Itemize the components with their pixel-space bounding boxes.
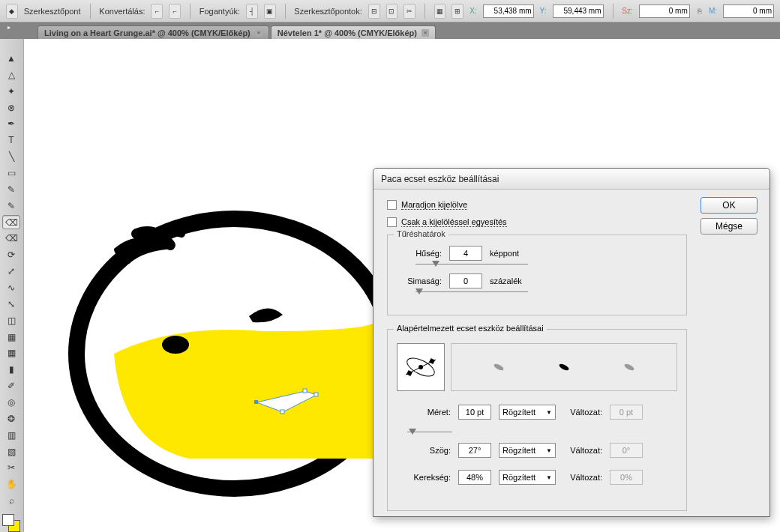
blend-tool[interactable]: ◎ <box>2 395 20 410</box>
rotate-tool[interactable]: ⟳ <box>2 247 20 262</box>
h-label: M: <box>709 7 717 15</box>
close-icon[interactable]: × <box>255 29 262 37</box>
w-label: Sz: <box>622 7 632 15</box>
size-label: Méret: <box>397 408 451 417</box>
options-bar: ◆ Szerkesztőpont Konvertálás: ⌐ ⌐ Fogant… <box>0 0 780 22</box>
roundness-input[interactable] <box>458 470 491 485</box>
smoothness-input[interactable] <box>449 273 482 288</box>
smoothness-label: Simaság: <box>397 276 442 285</box>
svg-point-12 <box>558 363 569 372</box>
size-slider[interactable] <box>407 432 452 432</box>
merge-only-label: Csak a kijelöléssel egyesítés <box>401 217 507 227</box>
svg-rect-5 <box>280 410 284 414</box>
handles-label: Fogantyúk: <box>200 7 240 16</box>
hide-handles-icon[interactable]: ▣ <box>264 4 276 19</box>
type-tool[interactable]: T <box>2 133 20 148</box>
merge-only-checkbox[interactable] <box>387 217 397 227</box>
artwork-svg <box>24 39 399 532</box>
tab-label: Living on a Heart Grunge.ai* @ 400% (CMY… <box>44 28 250 37</box>
tab-label: Névtelen 1* @ 400% (CMYK/Előkép) <box>278 28 417 37</box>
roundness-label: Kerekség: <box>397 473 451 482</box>
eyedropper-tool[interactable]: ✐ <box>2 378 20 393</box>
direct-select-tool[interactable]: △ <box>2 67 20 82</box>
symbol-tool[interactable]: ❂ <box>2 411 20 426</box>
show-handles-icon[interactable]: ┤ <box>246 4 258 19</box>
magic-wand-tool[interactable]: ✦ <box>2 84 20 99</box>
slice-tool[interactable]: ✂ <box>2 460 20 475</box>
h-input[interactable] <box>723 4 774 18</box>
rectangle-tool[interactable]: ▭ <box>2 166 20 181</box>
svg-point-10 <box>418 365 423 369</box>
ok-button[interactable]: OK <box>700 197 758 214</box>
angle-mode-dropdown[interactable]: Rögzített▼ <box>499 443 556 458</box>
svg-rect-9 <box>429 358 435 364</box>
angle-variation-input <box>610 443 643 458</box>
line-tool[interactable]: ╲ <box>2 149 20 164</box>
close-icon[interactable]: × <box>422 29 429 37</box>
size-input[interactable] <box>458 405 491 420</box>
mesh-tool[interactable]: ▦ <box>2 345 20 360</box>
zoom-tool[interactable]: ⌕ <box>2 493 20 508</box>
convert-label: Konvertálás: <box>99 7 145 16</box>
angle-input[interactable] <box>458 443 491 458</box>
brush-preview-box <box>397 343 445 391</box>
x-input[interactable] <box>483 4 534 18</box>
remove-anchors-icon[interactable]: ⊟ <box>368 4 380 19</box>
document-tab[interactable]: Névtelen 1* @ 400% (CMYK/Előkép) × <box>271 25 436 39</box>
w-input[interactable] <box>639 4 690 18</box>
svg-rect-2 <box>254 400 258 404</box>
link-wh-icon[interactable]: ⎘ <box>696 4 703 18</box>
fidelity-input[interactable] <box>449 246 482 261</box>
y-input[interactable] <box>553 4 604 18</box>
fidelity-label: Hűség: <box>397 249 442 258</box>
graph-tool[interactable]: ▥ <box>2 428 20 443</box>
smoothness-slider[interactable] <box>416 291 528 292</box>
anchor-label: Szerkesztőpont <box>24 7 81 16</box>
roundness-variation-input <box>610 470 643 485</box>
size-mode-dropdown[interactable]: Rögzített▼ <box>499 405 556 420</box>
pencil-tool[interactable]: ✎ <box>2 199 20 214</box>
connect-anchors-icon[interactable]: ⊡ <box>386 4 398 19</box>
shape-builder-tool[interactable]: ◫ <box>2 313 20 328</box>
selection-tool[interactable]: ▲ <box>2 51 20 66</box>
convert-smooth-icon[interactable]: ⌐ <box>169 4 181 19</box>
convert-corner-icon[interactable]: ⌐ <box>151 4 163 19</box>
hand-tool[interactable]: ✋ <box>2 477 20 492</box>
transform-icon[interactable]: ⊞ <box>452 4 464 19</box>
angle-label: Szög: <box>397 446 451 455</box>
svg-rect-8 <box>406 370 412 376</box>
blob-brush-tool[interactable]: ⌫ <box>2 215 20 230</box>
cancel-button[interactable]: Mégse <box>700 218 758 235</box>
lasso-tool[interactable]: ⊗ <box>2 100 20 115</box>
width-tool[interactable]: ∿ <box>2 280 20 295</box>
roundness-mode-dropdown[interactable]: Rögzített▼ <box>499 470 556 485</box>
app-mark-icon: ▸ <box>8 24 15 31</box>
scale-tool[interactable]: ⤢ <box>2 264 20 279</box>
gradient-tool[interactable]: ▮ <box>2 362 20 377</box>
chevron-down-icon: ▼ <box>546 447 552 454</box>
cut-path-icon[interactable]: ✂ <box>404 4 416 19</box>
keep-selected-checkbox[interactable] <box>387 200 397 210</box>
pen-tool[interactable]: ✒ <box>2 116 20 131</box>
svg-point-11 <box>494 363 505 372</box>
artboard-tool[interactable]: ▧ <box>2 444 20 459</box>
keep-selected-label: Maradjon kijelölve <box>401 200 467 210</box>
svg-point-1 <box>162 336 189 354</box>
free-transform-tool[interactable]: ⤡ <box>2 297 20 312</box>
reference-point-icon[interactable]: ▦ <box>434 4 446 19</box>
size-variation-label: Változat: <box>563 408 602 417</box>
eraser-tool[interactable]: ⌫ <box>2 231 20 246</box>
y-label: Y: <box>540 7 547 15</box>
smoothness-unit: százalék <box>490 276 535 285</box>
x-label: X: <box>470 7 476 15</box>
document-tab[interactable]: Living on a Heart Grunge.ai* @ 400% (CMY… <box>38 25 269 39</box>
default-brush-legend: Alapértelmezett ecset eszköz beállításai <box>394 324 547 333</box>
chevron-down-icon: ▼ <box>546 409 552 416</box>
perspective-tool[interactable]: ▦ <box>2 330 20 345</box>
tolerances-legend: Tűréshatárok <box>394 229 448 238</box>
svg-point-13 <box>623 363 634 372</box>
paintbrush-tool[interactable]: ✎ <box>2 182 20 197</box>
anchors-label: Szerkesztőpontok: <box>294 7 362 16</box>
fidelity-slider[interactable] <box>416 264 528 265</box>
fill-stroke-swatch[interactable] <box>2 514 20 532</box>
